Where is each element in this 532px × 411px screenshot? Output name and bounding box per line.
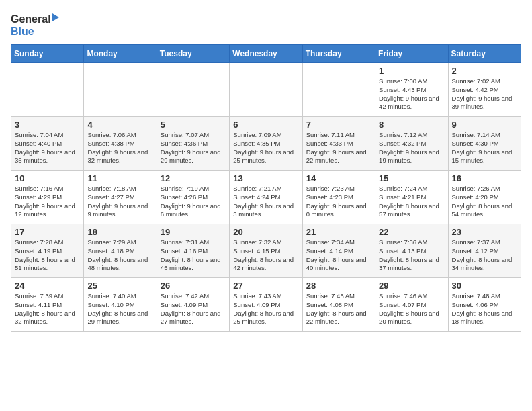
calendar-cell: 26Sunrise: 7:42 AM Sunset: 4:09 PM Dayli…: [157, 278, 229, 332]
day-info: Sunrise: 7:29 AM Sunset: 4:18 PM Dayligh…: [87, 238, 152, 273]
calendar-cell: 28Sunrise: 7:45 AM Sunset: 4:08 PM Dayli…: [302, 278, 375, 332]
day-number: 5: [161, 120, 226, 130]
day-info: Sunrise: 7:21 AM Sunset: 4:24 PM Dayligh…: [233, 185, 298, 219]
calendar-week-row: 10Sunrise: 7:16 AM Sunset: 4:29 PM Dayli…: [11, 171, 521, 224]
calendar-cell: 12Sunrise: 7:19 AM Sunset: 4:26 PM Dayli…: [157, 171, 229, 224]
day-number: 6: [233, 120, 298, 130]
day-number: 18: [87, 227, 152, 237]
calendar-cell: 14Sunrise: 7:23 AM Sunset: 4:23 PM Dayli…: [302, 171, 375, 224]
calendar-cell: 20Sunrise: 7:32 AM Sunset: 4:15 PM Dayli…: [230, 224, 302, 278]
calendar-cell: 2Sunrise: 7:02 AM Sunset: 4:42 PM Daylig…: [448, 63, 521, 117]
day-number: 25: [87, 281, 152, 291]
calendar-cell: 24Sunrise: 7:39 AM Sunset: 4:11 PM Dayli…: [11, 278, 84, 332]
day-info: Sunrise: 7:00 AM Sunset: 4:43 PM Dayligh…: [379, 77, 444, 111]
svg-text:General: General: [11, 13, 51, 25]
day-info: Sunrise: 7:11 AM Sunset: 4:33 PM Dayligh…: [306, 131, 371, 165]
day-number: 20: [233, 227, 298, 237]
day-info: Sunrise: 7:07 AM Sunset: 4:36 PM Dayligh…: [161, 131, 226, 165]
calendar-week-row: 3Sunrise: 7:04 AM Sunset: 4:40 PM Daylig…: [11, 117, 521, 171]
day-info: Sunrise: 7:23 AM Sunset: 4:23 PM Dayligh…: [306, 185, 371, 219]
day-number: 23: [452, 227, 517, 237]
day-info: Sunrise: 7:12 AM Sunset: 4:32 PM Dayligh…: [379, 131, 444, 165]
calendar-cell: 8Sunrise: 7:12 AM Sunset: 4:32 PM Daylig…: [375, 117, 448, 171]
day-number: 7: [306, 120, 371, 130]
calendar-cell: [84, 63, 157, 117]
logo: GeneralBlue: [11, 11, 64, 39]
day-number: 19: [161, 227, 226, 237]
calendar-cell: 7Sunrise: 7:11 AM Sunset: 4:33 PM Daylig…: [302, 117, 375, 171]
day-number: 28: [306, 281, 371, 291]
calendar-cell: 1Sunrise: 7:00 AM Sunset: 4:43 PM Daylig…: [375, 63, 448, 117]
day-info: Sunrise: 7:40 AM Sunset: 4:10 PM Dayligh…: [87, 292, 152, 326]
day-number: 11: [87, 173, 152, 183]
calendar-cell: 16Sunrise: 7:26 AM Sunset: 4:20 PM Dayli…: [448, 171, 521, 224]
calendar-cell: [302, 63, 375, 117]
day-info: Sunrise: 7:34 AM Sunset: 4:14 PM Dayligh…: [306, 238, 371, 273]
calendar-cell: 6Sunrise: 7:09 AM Sunset: 4:35 PM Daylig…: [230, 117, 302, 171]
day-info: Sunrise: 7:09 AM Sunset: 4:35 PM Dayligh…: [233, 131, 298, 165]
weekday-header: Monday: [84, 45, 157, 63]
day-info: Sunrise: 7:26 AM Sunset: 4:20 PM Dayligh…: [452, 185, 517, 219]
calendar-week-row: 24Sunrise: 7:39 AM Sunset: 4:11 PM Dayli…: [11, 278, 521, 332]
weekday-header: Saturday: [448, 45, 521, 63]
calendar-cell: [157, 63, 229, 117]
day-number: 14: [306, 173, 371, 183]
day-info: Sunrise: 7:28 AM Sunset: 4:19 PM Dayligh…: [15, 238, 80, 273]
calendar-cell: 27Sunrise: 7:43 AM Sunset: 4:09 PM Dayli…: [230, 278, 302, 332]
day-info: Sunrise: 7:32 AM Sunset: 4:15 PM Dayligh…: [233, 238, 298, 273]
day-number: 13: [233, 173, 298, 183]
calendar-cell: [230, 63, 302, 117]
calendar-header-row: SundayMondayTuesdayWednesdayThursdayFrid…: [11, 45, 521, 63]
calendar-cell: 22Sunrise: 7:36 AM Sunset: 4:13 PM Dayli…: [375, 224, 448, 278]
day-info: Sunrise: 7:36 AM Sunset: 4:13 PM Dayligh…: [379, 238, 444, 273]
day-info: Sunrise: 7:48 AM Sunset: 4:06 PM Dayligh…: [452, 292, 517, 326]
weekday-header: Friday: [375, 45, 448, 63]
calendar-cell: 23Sunrise: 7:37 AM Sunset: 4:12 PM Dayli…: [448, 224, 521, 278]
calendar-cell: 17Sunrise: 7:28 AM Sunset: 4:19 PM Dayli…: [11, 224, 84, 278]
calendar-week-row: 1Sunrise: 7:00 AM Sunset: 4:43 PM Daylig…: [11, 63, 521, 117]
calendar-cell: 29Sunrise: 7:46 AM Sunset: 4:07 PM Dayli…: [375, 278, 448, 332]
day-info: Sunrise: 7:06 AM Sunset: 4:38 PM Dayligh…: [87, 131, 152, 165]
day-info: Sunrise: 7:24 AM Sunset: 4:21 PM Dayligh…: [379, 185, 444, 219]
day-number: 27: [233, 281, 298, 291]
calendar-cell: 9Sunrise: 7:14 AM Sunset: 4:30 PM Daylig…: [448, 117, 521, 171]
day-number: 26: [161, 281, 226, 291]
calendar-cell: 13Sunrise: 7:21 AM Sunset: 4:24 PM Dayli…: [230, 171, 302, 224]
day-info: Sunrise: 7:31 AM Sunset: 4:16 PM Dayligh…: [161, 238, 226, 273]
calendar-week-row: 17Sunrise: 7:28 AM Sunset: 4:19 PM Dayli…: [11, 224, 521, 278]
calendar-cell: 15Sunrise: 7:24 AM Sunset: 4:21 PM Dayli…: [375, 171, 448, 224]
day-info: Sunrise: 7:19 AM Sunset: 4:26 PM Dayligh…: [161, 185, 226, 219]
weekday-header: Thursday: [302, 45, 375, 63]
calendar-cell: 11Sunrise: 7:18 AM Sunset: 4:27 PM Dayli…: [84, 171, 157, 224]
day-info: Sunrise: 7:46 AM Sunset: 4:07 PM Dayligh…: [379, 292, 444, 326]
day-number: 30: [452, 281, 517, 291]
day-number: 10: [15, 173, 80, 183]
day-number: 1: [379, 66, 444, 76]
day-number: 16: [452, 173, 517, 183]
day-info: Sunrise: 7:37 AM Sunset: 4:12 PM Dayligh…: [452, 238, 517, 273]
weekday-header: Wednesday: [230, 45, 302, 63]
day-number: 12: [161, 173, 226, 183]
calendar-cell: 21Sunrise: 7:34 AM Sunset: 4:14 PM Dayli…: [302, 224, 375, 278]
calendar-table: SundayMondayTuesdayWednesdayThursdayFrid…: [11, 44, 521, 332]
calendar-cell: 25Sunrise: 7:40 AM Sunset: 4:10 PM Dayli…: [84, 278, 157, 332]
page-header: GeneralBlue: [11, 11, 521, 39]
day-info: Sunrise: 7:45 AM Sunset: 4:08 PM Dayligh…: [306, 292, 371, 326]
weekday-header: Sunday: [11, 45, 84, 63]
day-info: Sunrise: 7:43 AM Sunset: 4:09 PM Dayligh…: [233, 292, 298, 326]
day-number: 2: [452, 66, 517, 76]
day-info: Sunrise: 7:04 AM Sunset: 4:40 PM Dayligh…: [15, 131, 80, 165]
calendar-cell: 5Sunrise: 7:07 AM Sunset: 4:36 PM Daylig…: [157, 117, 229, 171]
calendar-cell: 10Sunrise: 7:16 AM Sunset: 4:29 PM Dayli…: [11, 171, 84, 224]
svg-text:Blue: Blue: [11, 26, 34, 37]
day-number: 21: [306, 227, 371, 237]
logo-svg: GeneralBlue: [11, 11, 64, 39]
calendar-cell: 3Sunrise: 7:04 AM Sunset: 4:40 PM Daylig…: [11, 117, 84, 171]
day-info: Sunrise: 7:18 AM Sunset: 4:27 PM Dayligh…: [87, 185, 152, 219]
svg-marker-1: [52, 13, 59, 21]
day-info: Sunrise: 7:39 AM Sunset: 4:11 PM Dayligh…: [15, 292, 80, 326]
day-number: 17: [15, 227, 80, 237]
day-number: 24: [15, 281, 80, 291]
day-number: 22: [379, 227, 444, 237]
calendar-cell: [11, 63, 84, 117]
